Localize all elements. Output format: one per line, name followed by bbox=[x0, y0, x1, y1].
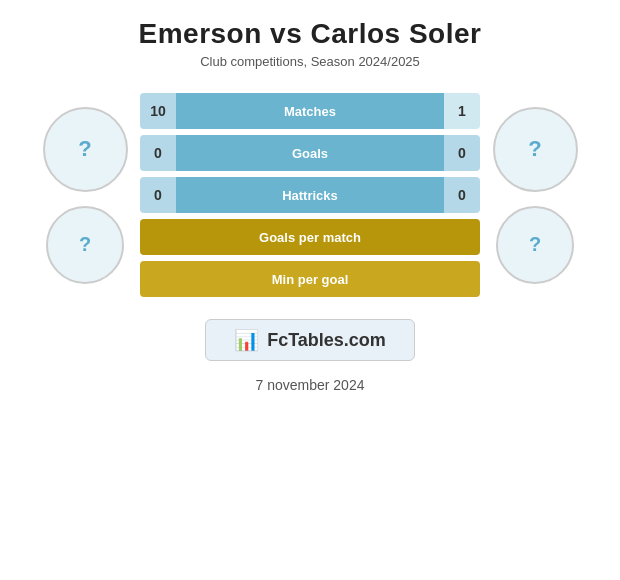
logo-chart-icon: 📊 bbox=[234, 328, 259, 352]
player-right-avatar-bottom: ? bbox=[496, 206, 574, 284]
player-right-avatar-icon: ? bbox=[528, 136, 541, 162]
player-left-avatar-icon: ? bbox=[78, 136, 91, 162]
matches-label: Matches bbox=[176, 93, 444, 129]
player-right2-avatar-icon: ? bbox=[529, 233, 541, 256]
goals-row: 0 Goals 0 bbox=[140, 135, 480, 171]
logo-text: FcTables.com bbox=[267, 330, 386, 351]
goals-per-match-row: Goals per match bbox=[140, 219, 480, 255]
player-right-avatar-top: ? bbox=[493, 107, 578, 192]
date-text: 7 november 2024 bbox=[256, 377, 365, 393]
player-left-avatar-top: ? bbox=[43, 107, 128, 192]
logo-section: 📊 FcTables.com 7 november 2024 bbox=[205, 319, 415, 393]
player-left2-avatar-icon: ? bbox=[79, 233, 91, 256]
hattricks-left-value: 0 bbox=[140, 177, 176, 213]
goals-left-value: 0 bbox=[140, 135, 176, 171]
min-per-goal-row: Min per goal bbox=[140, 261, 480, 297]
comparison-section: ? ? 10 Matches 1 0 Goals 0 0 Hattricks 0… bbox=[0, 93, 620, 297]
matches-right-value: 1 bbox=[444, 93, 480, 129]
goals-right-value: 0 bbox=[444, 135, 480, 171]
subtitle: Club competitions, Season 2024/2025 bbox=[139, 54, 482, 69]
hattricks-right-value: 0 bbox=[444, 177, 480, 213]
matches-left-value: 10 bbox=[140, 93, 176, 129]
hattricks-label: Hattricks bbox=[176, 177, 444, 213]
matches-row: 10 Matches 1 bbox=[140, 93, 480, 129]
logo-box: 📊 FcTables.com bbox=[205, 319, 415, 361]
page-header: Emerson vs Carlos Soler Club competition… bbox=[139, 18, 482, 69]
goals-label: Goals bbox=[176, 135, 444, 171]
player-right-column: ? ? bbox=[480, 107, 590, 284]
player-left-avatar-bottom: ? bbox=[46, 206, 124, 284]
goals-per-match-label: Goals per match bbox=[259, 230, 361, 245]
hattricks-row: 0 Hattricks 0 bbox=[140, 177, 480, 213]
stats-column: 10 Matches 1 0 Goals 0 0 Hattricks 0 Goa… bbox=[140, 93, 480, 297]
player-left-column: ? ? bbox=[30, 107, 140, 284]
page-title: Emerson vs Carlos Soler bbox=[139, 18, 482, 50]
min-per-goal-label: Min per goal bbox=[272, 272, 349, 287]
